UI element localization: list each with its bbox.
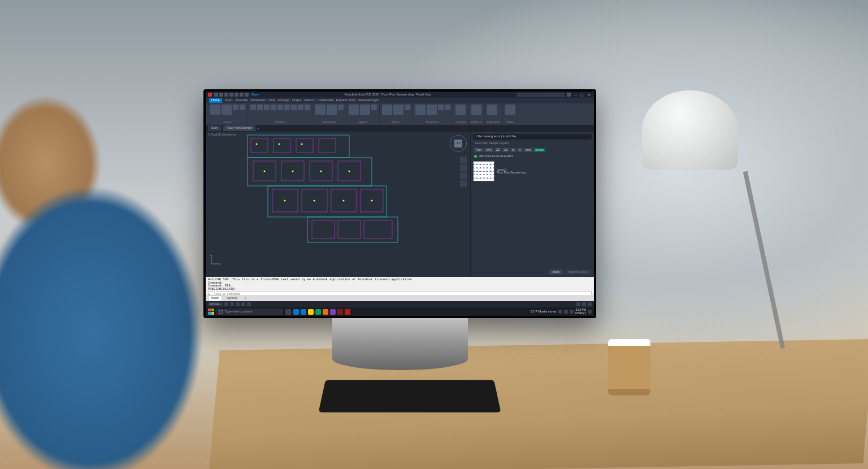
tray-volume-icon[interactable] xyxy=(570,310,574,314)
doc-tab-start[interactable]: Start xyxy=(208,125,222,131)
edit-attributes-button[interactable] xyxy=(405,105,410,110)
pinned-app-0[interactable] xyxy=(293,309,299,315)
token-a[interactable]: A xyxy=(517,148,522,152)
pinned-app-7[interactable] xyxy=(345,309,350,315)
line-button[interactable] xyxy=(210,105,220,115)
ribbon-tab-home[interactable]: Home xyxy=(209,98,222,103)
panel-label[interactable]: Annotation ▾ xyxy=(315,121,344,124)
ribbon-tab-add-ins[interactable]: Add-ins xyxy=(304,99,315,102)
pinned-app-2[interactable] xyxy=(308,309,314,315)
doc-tab-floor-plan-sample[interactable]: Floor Plan Sample xyxy=(223,125,255,131)
task-view-icon[interactable] xyxy=(285,309,291,315)
token-m[interactable]: M xyxy=(510,148,516,152)
insert-button[interactable] xyxy=(382,105,392,115)
nav-pan-icon[interactable] xyxy=(460,164,467,171)
qat-saveas-icon[interactable] xyxy=(229,93,233,97)
help-search[interactable] xyxy=(517,93,565,97)
clean-screen-icon[interactable] xyxy=(588,302,592,306)
tray-chevron-icon[interactable] xyxy=(558,310,562,314)
taskbar-clock[interactable]: 2:33 PM2/5/2021 xyxy=(575,309,586,315)
panel-label[interactable]: Modify ▾ xyxy=(250,121,310,124)
panel-label[interactable]: Utilities ▾ xyxy=(471,121,482,124)
token-xxx[interactable]: XXX xyxy=(484,148,493,152)
token-next[interactable]: next xyxy=(524,148,532,152)
ribbon-tab-parametric[interactable]: Parametric xyxy=(250,99,266,102)
ribbon-tab-output[interactable]: Output xyxy=(292,99,302,102)
ucs-icon[interactable] xyxy=(209,254,222,267)
layout-tab-model[interactable]: Model xyxy=(208,296,222,301)
rotate-button[interactable] xyxy=(257,105,263,110)
share-button[interactable]: Share xyxy=(251,93,259,97)
token-plan[interactable]: Plan xyxy=(474,148,483,152)
autocad-logo-icon[interactable] xyxy=(208,93,212,97)
panel-label[interactable]: Draw ▾ xyxy=(210,121,245,124)
taskbar-search[interactable]: Type here to search xyxy=(216,309,283,315)
pinned-app-4[interactable] xyxy=(323,309,328,315)
copy-button[interactable] xyxy=(271,105,276,110)
notifications-icon[interactable] xyxy=(588,310,592,314)
back-button[interactable]: Back xyxy=(549,270,563,275)
view-cube[interactable]: TOP xyxy=(450,135,467,152)
qat-save-icon[interactable] xyxy=(224,93,228,97)
bylayer-button[interactable] xyxy=(438,105,444,110)
circle-button[interactable] xyxy=(233,105,238,110)
nav-zoom-icon[interactable] xyxy=(460,172,467,179)
nav-full-icon[interactable] xyxy=(460,157,467,163)
start-button[interactable] xyxy=(208,309,214,315)
snap-toggle-icon[interactable] xyxy=(230,302,234,306)
layer-properties-button[interactable] xyxy=(349,105,359,115)
ribbon-tab-insert[interactable]: Insert xyxy=(225,99,233,102)
polar-toggle-icon[interactable] xyxy=(241,302,245,306)
fillet-button[interactable] xyxy=(284,105,290,110)
close-button[interactable]: ✕ xyxy=(586,93,592,97)
nav-orbit-icon[interactable] xyxy=(460,180,467,187)
panel-label[interactable]: Clipboard ▾ xyxy=(487,121,501,124)
ortho-toggle-icon[interactable] xyxy=(236,302,240,306)
qat-redo-icon[interactable] xyxy=(245,93,249,97)
ribbon-tab-annotate[interactable]: Annotate xyxy=(235,99,248,102)
qat-plot-icon[interactable] xyxy=(235,93,238,97)
arc-button[interactable] xyxy=(240,105,245,110)
viewport-label[interactable]: [-][Top][2D Wireframe] xyxy=(208,133,236,136)
stretch-button[interactable] xyxy=(291,105,297,110)
token-accept[interactable]: accept xyxy=(533,148,545,152)
qat-open-icon[interactable] xyxy=(219,93,223,97)
move-button[interactable] xyxy=(250,105,256,110)
make-current-button[interactable] xyxy=(360,105,370,115)
polyline-button[interactable] xyxy=(222,105,232,115)
ribbon-tab-manage[interactable]: Manage xyxy=(278,99,289,102)
match-layer-button[interactable] xyxy=(371,105,377,110)
pinned-app-1[interactable] xyxy=(301,309,306,315)
ribbon-tab-collaborate[interactable]: Collaborate xyxy=(318,99,333,102)
signin-icon[interactable] xyxy=(567,93,571,97)
ribbon-tab-express-tools[interactable]: Express Tools xyxy=(336,99,355,102)
create-button[interactable] xyxy=(393,105,403,115)
minimize-button[interactable]: ─ xyxy=(573,93,579,97)
bylayer-button[interactable] xyxy=(427,105,437,115)
tray-network-icon[interactable] xyxy=(564,310,568,314)
maximize-button[interactable]: ▢ xyxy=(579,93,585,97)
base-button[interactable] xyxy=(505,105,515,115)
add-layout-button[interactable]: + xyxy=(242,296,249,301)
new-tab-button[interactable]: + xyxy=(257,127,259,130)
hardware-accel-icon[interactable] xyxy=(582,302,586,306)
pinned-app-6[interactable] xyxy=(337,309,343,315)
token-zz[interactable]: ZZ xyxy=(494,148,501,152)
token-zz[interactable]: ZZ xyxy=(502,148,509,152)
isolate-icon[interactable] xyxy=(576,302,580,306)
group-button[interactable] xyxy=(455,105,466,115)
rename-button[interactable]: rename layout xyxy=(565,270,592,275)
panel-label[interactable]: View ▾ xyxy=(505,121,515,124)
layout-card[interactable]: Layout1 Floor Plan Sample.dwg xyxy=(473,161,592,181)
panel-label[interactable]: Properties ▾ xyxy=(415,121,450,124)
table-button[interactable] xyxy=(338,105,344,110)
qat-new-icon[interactable] xyxy=(214,93,218,97)
qat-undo-icon[interactable] xyxy=(240,93,244,97)
pinned-app-3[interactable] xyxy=(315,309,321,315)
panel-label[interactable]: Block ▾ xyxy=(382,121,410,124)
text-button[interactable] xyxy=(315,105,326,115)
ribbon-tab-view[interactable]: View xyxy=(268,99,275,102)
paste-button[interactable] xyxy=(487,105,497,115)
model-space-button[interactable]: MODEL xyxy=(208,302,223,306)
array-button[interactable] xyxy=(305,105,310,110)
